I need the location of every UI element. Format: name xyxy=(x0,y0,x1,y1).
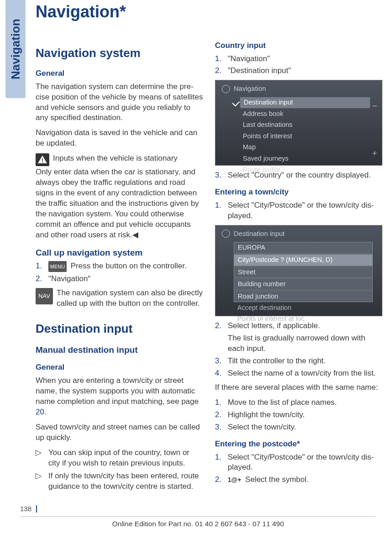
back-circle-icon xyxy=(222,230,230,238)
screenshot-title: Navigation xyxy=(215,84,382,97)
para-general-2: Navigation data is saved in the vehicle … xyxy=(36,128,203,149)
town-step-2: 2. Select letters, if applicable. The li… xyxy=(215,321,382,354)
page-title: Navigation* xyxy=(36,1,382,23)
step-number: 2. xyxy=(215,66,228,76)
heading-town-city: Entering a town/city xyxy=(215,187,382,198)
step-number: 2. xyxy=(215,475,228,485)
heading-callup: Call up navigation system xyxy=(36,247,203,259)
postcode-step-2-text: Select the symbol. xyxy=(243,475,309,484)
postcode-step-1: 1.Select "City/Postcode" or the town/cit… xyxy=(215,452,382,473)
heading-dest-input: Destination input xyxy=(36,321,203,337)
step-number: 2. xyxy=(215,410,228,420)
step-number: 2. xyxy=(215,321,228,354)
postcode-step-1-text: Select "City/Postcode" or the town/city … xyxy=(228,452,382,473)
step-number: 1. xyxy=(215,54,228,64)
menu-item: Route profile xyxy=(240,164,382,176)
country-step-1-text: "Navigation" xyxy=(228,54,270,64)
para-manual-1a: When you are entering a town/city or str… xyxy=(36,376,199,406)
postcode-step-2: 2. 1@+ Select the symbol. xyxy=(215,475,382,485)
heading-manual-dest: Manual destination input xyxy=(36,344,203,356)
heading-postcode: Entering the postcode* xyxy=(215,439,382,450)
nav-tip-row: NAV The navigation system can also be di… xyxy=(36,288,203,309)
step-1-text: Press the button on the controller. xyxy=(68,262,187,271)
step-number: 3. xyxy=(215,356,228,366)
menu-item: Map xyxy=(240,142,382,153)
subheading-general: General xyxy=(36,68,203,79)
menu-item: Address book xyxy=(240,108,382,120)
same-step-3-text: Select the town/city. xyxy=(228,422,296,433)
minus-icon: − xyxy=(370,100,379,110)
page-link-20[interactable]: 20 xyxy=(36,408,44,416)
dest-item: Road junction xyxy=(234,291,373,303)
page-number-row: 138 xyxy=(20,504,376,513)
step-number: 2. xyxy=(36,274,48,284)
dest-item: Points of interest at loc. xyxy=(234,314,382,324)
triangle-bullet-icon: ▷ xyxy=(36,471,48,492)
screenshot-title: Destination input xyxy=(215,229,382,242)
town-step-3-text: Tilt the controller to the right. xyxy=(228,356,326,366)
menu-item: Saved journeys xyxy=(240,153,382,164)
warning-icon xyxy=(36,153,49,166)
same-step-2-text: Highlight the town/city. xyxy=(228,410,305,420)
dest-item: Accept destination xyxy=(234,303,382,314)
triangle-bullet-icon: ▷ xyxy=(36,448,48,469)
plus-icon: + xyxy=(370,148,379,157)
dest-item: Street xyxy=(234,267,373,278)
menu-item-text: Destination input xyxy=(244,98,293,107)
screenshot-menu-list: EUROPA City/Postcode ? (MÜNCHEN, D) Stre… xyxy=(215,242,382,324)
country-step-2-text: "Destination input" xyxy=(228,66,291,76)
page-content: Navigation* Navigation system General Th… xyxy=(36,1,382,496)
step-number: 1. xyxy=(215,398,228,408)
country-step-1: 1."Navigation" xyxy=(215,54,382,64)
screenshot-menu-list: Destination input Address book Last dest… xyxy=(215,97,382,176)
para-manual-2: Saved town/city and street names can be … xyxy=(36,422,203,443)
heading-nav-system: Navigation system xyxy=(36,45,203,61)
bullet-2: ▷If only the town/city has been entered,… xyxy=(36,471,203,492)
nav-circle-icon xyxy=(222,85,230,93)
step-number: 4. xyxy=(215,368,228,379)
footer-edition-line: Online Edition for Part no. 01 40 2 607 … xyxy=(20,516,376,529)
right-column: Country input 1."Navigation" 2."Destinat… xyxy=(215,41,382,496)
screenshot-navigation-menu: − + Navigation Destination input Address… xyxy=(215,80,382,166)
para-manual-1b: . xyxy=(44,408,47,416)
nav-tip-text: The navigation system can also be direct… xyxy=(57,288,203,309)
town-step-4-text: Select the name of a town/city from the … xyxy=(228,368,376,379)
callup-step-1: 1. MENU Press the button on the controll… xyxy=(36,261,203,272)
same-step-3: 3.Select the town/city. xyxy=(215,422,382,433)
step-number: 3. xyxy=(215,422,228,433)
town-step-3: 3.Tilt the controller to the right. xyxy=(215,356,382,366)
nav-button-icon: NAV xyxy=(36,288,53,304)
town-step-1-text: Select "City/Postcode" or the town/city … xyxy=(228,200,382,221)
menu-button-icon: MENU xyxy=(48,261,67,272)
same-step-2: 2.Highlight the town/city. xyxy=(215,410,382,420)
para-same-name: If there are several places with the sam… xyxy=(215,382,382,393)
bullet-2-text: If only the town/city has been entered, … xyxy=(48,471,203,492)
step-number: 1. xyxy=(215,200,228,221)
screenshot-destination-input: Destination input EUROPA City/Postcode ?… xyxy=(215,225,382,316)
warning-body: Only enter data when the car is stationa… xyxy=(36,167,203,241)
town-step-2b-text: The list is gradually narrowed down with… xyxy=(228,333,382,354)
dest-item: Building number xyxy=(234,278,373,290)
dest-item: EUROPA xyxy=(234,242,373,254)
page-number: 138 xyxy=(20,504,31,513)
town-step-2-content: Select letters, if applicable. The list … xyxy=(228,321,382,354)
step-2-text: "Navigation" xyxy=(48,274,90,284)
warning-title: Inputs when the vehicle is stationary xyxy=(53,153,178,166)
postcode-step-2-content: 1@+ Select the symbol. xyxy=(228,475,308,485)
para-general-1: The navigation system can determine the … xyxy=(36,82,203,124)
menu-item: Points of interest xyxy=(240,131,382,142)
para-manual-1: When you are entering a town/city or str… xyxy=(36,376,203,418)
step-number: 1. xyxy=(215,452,228,473)
step-content: MENU Press the button on the controller. xyxy=(48,261,187,272)
symbol-1at-plus: 1@+ xyxy=(228,476,241,484)
callup-step-2: 2. "Navigation" xyxy=(36,274,203,284)
page-footer: 138 Online Edition for Part no. 01 40 2 … xyxy=(20,504,376,529)
side-tab: Navigation xyxy=(5,0,26,98)
town-step-4: 4.Select the name of a town/city from th… xyxy=(215,368,382,379)
country-step-2: 2."Destination input" xyxy=(215,66,382,76)
footer-divider xyxy=(36,505,37,513)
bullet-1-text: You can skip input of the country, town … xyxy=(48,448,203,469)
same-step-1-text: Move to the list of place names. xyxy=(228,398,337,408)
left-column: Navigation system General The navigation… xyxy=(36,41,203,496)
bullet-1: ▷You can skip input of the country, town… xyxy=(36,448,203,469)
